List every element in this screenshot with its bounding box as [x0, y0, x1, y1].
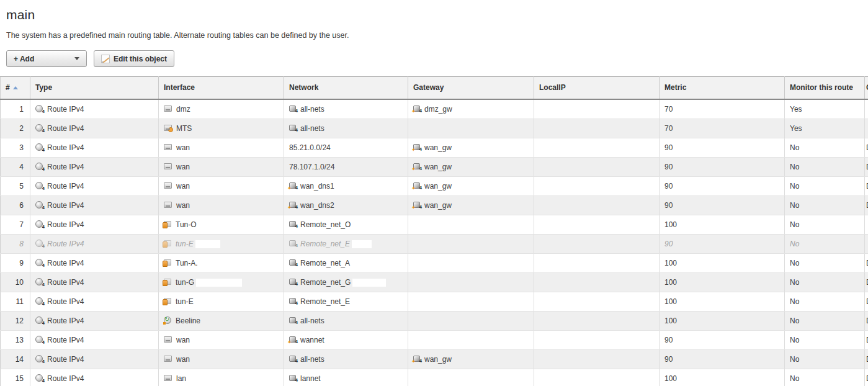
route-row-13[interactable]: 134Route IPv4wan4✦wannet90NoD	[1, 331, 868, 350]
cell-comment: D	[865, 195, 868, 215]
column-header-comment[interactable]: C	[865, 77, 868, 99]
cell-gateway	[408, 312, 534, 331]
row-number-value: 5	[19, 182, 24, 191]
type-value: Route IPv4	[47, 374, 84, 383]
monitor-value: No	[790, 259, 799, 267]
cell-type: 4Route IPv4	[30, 176, 159, 195]
cell-interface: Tun-A.	[159, 253, 284, 272]
route-row-4[interactable]: 44Route IPv4wan78.107.1.0/244✦wan_gw90No…	[1, 157, 868, 176]
cell-metric: 90	[660, 138, 785, 157]
route-row-7[interactable]: 74Route IPv4Tun-O4Remote_net_O100No	[1, 215, 868, 234]
cell-network: 4all-nets	[284, 312, 408, 331]
ipv4-address-icon: 4✦	[413, 163, 420, 169]
ethernet-interface-icon	[164, 144, 172, 150]
gateway-value: wan_gw	[424, 355, 452, 364]
cell-comment	[865, 234, 868, 253]
column-header-localip[interactable]: LocalIP	[534, 77, 660, 99]
routing-table: #TypeInterfaceNetworkGatewayLocalIPMetri…	[0, 76, 868, 386]
type-value: Route IPv4	[47, 105, 84, 114]
route-ipv4-icon: 4	[35, 374, 43, 382]
cell-gateway	[408, 272, 534, 292]
route-row-5[interactable]: 54Route IPv4wan4✦wan_dns14✦wan_gw90NoD	[1, 176, 868, 195]
cell-comment: D	[865, 292, 868, 312]
row-number-value: 11	[16, 297, 24, 306]
ethernet-interface-icon	[164, 163, 172, 169]
column-header-type[interactable]: Type	[30, 77, 159, 99]
column-header-network[interactable]: Network	[284, 77, 408, 99]
monitor-value: No	[790, 143, 799, 152]
metric-value: 100	[664, 278, 677, 287]
route-ipv4-icon: 4	[35, 163, 43, 170]
toolbar: + Add Edit this object	[6, 50, 868, 67]
column-header-monitor[interactable]: Monitor this route	[785, 77, 865, 99]
route-row-6[interactable]: 64Route IPv4wan4✦wan_dns24✦wan_gw90NoD	[1, 195, 868, 215]
interface-value: wan	[176, 355, 190, 364]
cell-comment: D	[865, 331, 868, 350]
type-value: Route IPv4	[47, 336, 84, 344]
route-row-14[interactable]: 144Route IPv4wan4all-nets4✦wan_gw90NoD	[1, 350, 868, 369]
type-value: Route IPv4	[47, 163, 84, 171]
row-number-value: 3	[19, 143, 24, 152]
ipv4-address-icon: 4✦	[413, 356, 420, 362]
route-row-10[interactable]: 104Route IPv4tun-G4Remote_net_G100NoD	[1, 272, 868, 292]
cell-interface: wan	[159, 157, 284, 176]
add-button[interactable]: + Add	[6, 50, 87, 67]
cell-localip	[534, 176, 660, 195]
ipv4-network-icon: 4	[289, 298, 296, 304]
cell-interface: Beeline	[159, 312, 284, 331]
route-row-8[interactable]: 84Route IPv4tun-E4Remote_net_E90No	[1, 234, 868, 253]
cell-comment: D	[865, 350, 868, 369]
column-header-num[interactable]: #	[1, 77, 30, 99]
route-row-3[interactable]: 34Route IPv4wan85.21.0.0/244✦wan_gw90NoD	[1, 138, 868, 157]
page-description: The system has a predefined main routing…	[6, 31, 868, 40]
route-row-11[interactable]: 114Route IPv4tun-E4Remote_net_E100NoD	[1, 292, 868, 312]
network-value: all-nets	[300, 105, 324, 114]
ipv4-address-icon: 4✦	[413, 182, 420, 189]
route-row-1[interactable]: 14Route IPv4dmz4all-nets4✦dmz_gw70Yes	[1, 99, 868, 119]
monitor-value: No	[790, 220, 799, 229]
cell-monitor: No	[785, 176, 865, 195]
route-row-12[interactable]: 124Route IPv4Beeline4all-nets100NoD	[1, 312, 868, 331]
routing-table-page: main The system has a predefined main ro…	[0, 0, 868, 386]
monitor-value: No	[790, 297, 799, 306]
ipv4-network-icon: 4	[289, 356, 296, 362]
route-row-2[interactable]: 24Route IPv4MTS4all-nets70Yes	[1, 119, 868, 138]
ipv4-network-icon: 4	[289, 240, 296, 246]
type-value: Route IPv4	[47, 316, 84, 325]
cell-type: 4Route IPv4	[30, 312, 159, 331]
cell-gateway: 4✦dmz_gw	[408, 99, 534, 119]
column-header-gateway[interactable]: Gateway	[408, 77, 534, 99]
edit-this-object-button[interactable]: Edit this object	[94, 50, 174, 67]
route-row-9[interactable]: 94Route IPv4Tun-A.4Remote_net_A100NoD	[1, 253, 868, 272]
cell-comment: D	[865, 138, 868, 157]
metric-value: 90	[664, 240, 673, 248]
metric-value: 100	[664, 259, 677, 267]
metric-value: 90	[664, 355, 673, 364]
type-value: Route IPv4	[47, 182, 84, 191]
column-header-interface[interactable]: Interface	[159, 77, 284, 99]
interface-value: wan	[176, 143, 190, 152]
cell-type: 4Route IPv4	[30, 195, 159, 215]
tunnel-interface-icon	[164, 298, 171, 304]
row-number-value: 12	[16, 316, 24, 325]
metric-value: 90	[664, 163, 673, 171]
cell-comment	[865, 99, 868, 119]
type-value: Route IPv4	[47, 297, 84, 306]
cell-interface: wan	[159, 138, 284, 157]
column-header-label: #	[6, 83, 10, 92]
modem-interface-icon	[164, 125, 172, 131]
metric-value: 90	[664, 201, 673, 210]
route-ipv4-icon: 4	[35, 278, 43, 285]
route-row-15[interactable]: 154Route IPv4lan4lannet100NoD	[1, 369, 868, 386]
cell-gateway	[408, 292, 534, 312]
ipv4-network-icon: 4	[289, 259, 296, 266]
type-value: Route IPv4	[47, 124, 84, 133]
row-number-value: 13	[16, 336, 24, 344]
cell-type: 4Route IPv4	[30, 331, 159, 350]
metric-value: 70	[664, 105, 673, 114]
cell-comment: D	[865, 176, 868, 195]
column-header-metric[interactable]: Metric	[660, 77, 785, 99]
cell-localip	[534, 272, 660, 292]
cell-type: 4Route IPv4	[30, 157, 159, 176]
redaction-patch	[195, 240, 220, 248]
